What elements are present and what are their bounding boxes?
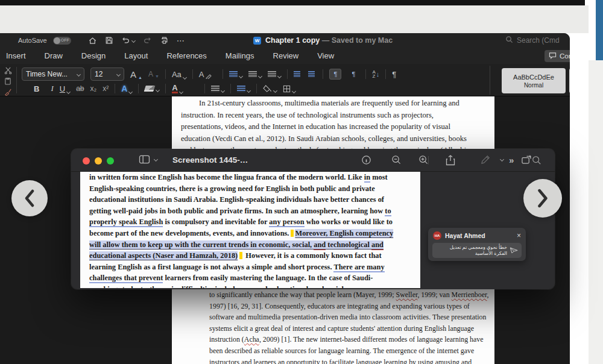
autosave-state: OFF xyxy=(61,38,69,42)
paste-icon[interactable] xyxy=(4,77,11,87)
preview-line: educational institutions in Saudi Arabia… xyxy=(89,194,418,206)
strikethrough-button[interactable]: ab xyxy=(76,84,84,93)
rtl-paragraph-button[interactable]: ¶ xyxy=(347,69,359,80)
line-spacing-button[interactable] xyxy=(237,86,250,92)
comment-close-icon[interactable]: × xyxy=(517,232,521,239)
text-effects-button[interactable]: A xyxy=(121,84,132,93)
font-name-select[interactable]: Times New... xyxy=(22,67,84,81)
bullet-list-button[interactable] xyxy=(229,71,242,78)
preview-line: speaking students, the main difficulties… xyxy=(89,284,418,288)
tab-references[interactable]: References xyxy=(166,51,206,60)
edit-mark xyxy=(291,230,294,237)
doc-line: education (Vecdi Can et al., 2012). In S… xyxy=(181,133,488,145)
maximize-traffic-light[interactable] xyxy=(107,157,114,165)
info-icon[interactable] xyxy=(361,155,371,165)
comment-card: HA Hayat Ahmed × خطأ نحوي ومعجمي تم تعدي… xyxy=(428,228,526,261)
chevron-left-icon xyxy=(23,189,36,207)
rotate-icon[interactable] xyxy=(521,155,532,165)
doc-line: presentations, videos, and the Internet … xyxy=(181,121,488,133)
previous-arrow-button[interactable] xyxy=(11,180,48,216)
next-arrow-button[interactable] xyxy=(523,179,562,218)
toolbar-overflow-icon[interactable]: » xyxy=(509,155,514,165)
document-saved-status: — Saved to my Mac xyxy=(320,36,393,45)
italic-button[interactable]: I xyxy=(51,84,53,93)
preview-line: will allow them to keep up with the curr… xyxy=(89,239,418,251)
doc-line: instructors and learners an opportunity … xyxy=(209,357,484,364)
show-paragraph-marks-button[interactable]: ¶ xyxy=(392,70,396,79)
tab-mailings[interactable]: Mailings xyxy=(226,51,254,60)
preview-titlebar: Screenshot 1445-… » xyxy=(71,149,555,172)
preview-search-icon[interactable] xyxy=(532,155,541,165)
bold-button[interactable]: B xyxy=(34,84,39,93)
doc-line: been described as reliable sources for l… xyxy=(209,345,484,357)
preview-line: in written form since English has become… xyxy=(89,172,418,183)
font-color-button[interactable]: A xyxy=(172,84,182,93)
autosave-toggle[interactable]: OFF xyxy=(53,37,71,45)
shading-button[interactable] xyxy=(263,85,277,92)
background-blue-strip xyxy=(596,0,603,60)
shrink-font-button[interactable]: A▼ xyxy=(148,70,159,78)
autosave-label: AutoSave xyxy=(18,37,47,44)
grow-font-button[interactable]: A▲ xyxy=(130,69,142,80)
change-case-button[interactable]: Aa xyxy=(172,70,186,79)
sidebar-toggle-icon[interactable] xyxy=(139,155,157,164)
word-ribbon: Times New... 12 A▲ A▼ Aa A ¶ ¶ AZ↓ xyxy=(0,64,570,96)
tab-view[interactable]: View xyxy=(317,51,334,60)
search-icon xyxy=(505,36,513,45)
preview-line: properly speak English is compulsory and… xyxy=(89,216,418,228)
comment-input[interactable]: خطأ نحوي ومعجمي تم تعديل الفكرة الأساسية xyxy=(432,243,522,258)
tab-draw[interactable]: Draw xyxy=(45,51,63,60)
preview-page[interactable]: in written form since English has become… xyxy=(80,172,420,288)
share-icon[interactable] xyxy=(446,155,455,166)
font-size-select[interactable]: 12 xyxy=(90,67,124,81)
markup-chevron-icon[interactable] xyxy=(500,158,504,161)
preview-line: learning English as a first language is … xyxy=(89,262,418,273)
decrease-indent-button[interactable] xyxy=(294,71,302,78)
preview-line: getting well-paid jobs in both public an… xyxy=(89,206,418,217)
close-traffic-light[interactable] xyxy=(83,157,90,165)
markup-pencil-icon[interactable] xyxy=(481,155,491,165)
document-title: Chapter 1 copy — Saved to my Mac xyxy=(265,36,393,45)
justify-button[interactable] xyxy=(211,86,224,92)
ltr-paragraph-button[interactable]: ¶ xyxy=(329,69,341,80)
doc-line: In 21st-century classrooms, multimedia m… xyxy=(181,98,488,110)
word-menubar: Insert Draw Design Layout References Mai… xyxy=(0,48,570,64)
highlighter-button[interactable] xyxy=(145,86,159,92)
comment-bubble-icon xyxy=(549,52,557,60)
subscript-button[interactable]: x₂ xyxy=(90,84,96,93)
cut-icon[interactable] xyxy=(4,66,12,77)
sort-button[interactable]: AZ↓ xyxy=(372,70,379,78)
redo-icon[interactable] xyxy=(143,36,152,45)
doc-line: systems elicit a great deal of interest … xyxy=(209,323,484,334)
zoom-in-icon[interactable] xyxy=(418,155,429,165)
tab-insert[interactable]: Insert xyxy=(6,51,26,60)
undo-icon[interactable] xyxy=(121,36,135,45)
style-normal[interactable]: AaBbCcDdEe Normal xyxy=(502,68,566,93)
undo-chevron-icon[interactable] xyxy=(131,38,136,42)
search-field[interactable]: Search (Cmd xyxy=(505,33,560,48)
minimize-traffic-light[interactable] xyxy=(95,157,102,165)
doc-line: software and multimedia presentation-dri… xyxy=(209,312,484,323)
print-icon[interactable] xyxy=(160,36,169,45)
multilevel-list-button[interactable] xyxy=(268,71,281,78)
word-doc-icon: W xyxy=(253,37,261,45)
clear-formatting-button[interactable]: A xyxy=(199,70,212,79)
send-icon[interactable] xyxy=(510,245,518,256)
increase-indent-button[interactable] xyxy=(308,71,317,78)
zoom-out-icon[interactable] xyxy=(391,155,402,165)
tab-layout[interactable]: Layout xyxy=(124,51,148,60)
more-commands-icon[interactable]: ⋯ xyxy=(177,36,185,45)
style-list[interactable]: AaBbC List xyxy=(569,68,570,93)
doc-line: instruction. In recent years, the use of… xyxy=(181,110,488,122)
search-placeholder: Search (Cmd xyxy=(517,36,560,45)
numbered-list-button[interactable] xyxy=(248,71,262,78)
home-icon[interactable] xyxy=(88,36,97,45)
save-icon[interactable] xyxy=(105,36,113,45)
comments-button[interactable]: Con xyxy=(545,50,570,62)
superscript-button[interactable]: x² xyxy=(103,84,109,93)
borders-button[interactable] xyxy=(283,85,295,93)
tab-review[interactable]: Review xyxy=(273,51,299,60)
tab-design[interactable]: Design xyxy=(81,51,106,60)
doc-line: instruction (Acha, 2009) [1]. The new in… xyxy=(209,334,484,345)
underline-button[interactable]: U xyxy=(60,84,70,93)
